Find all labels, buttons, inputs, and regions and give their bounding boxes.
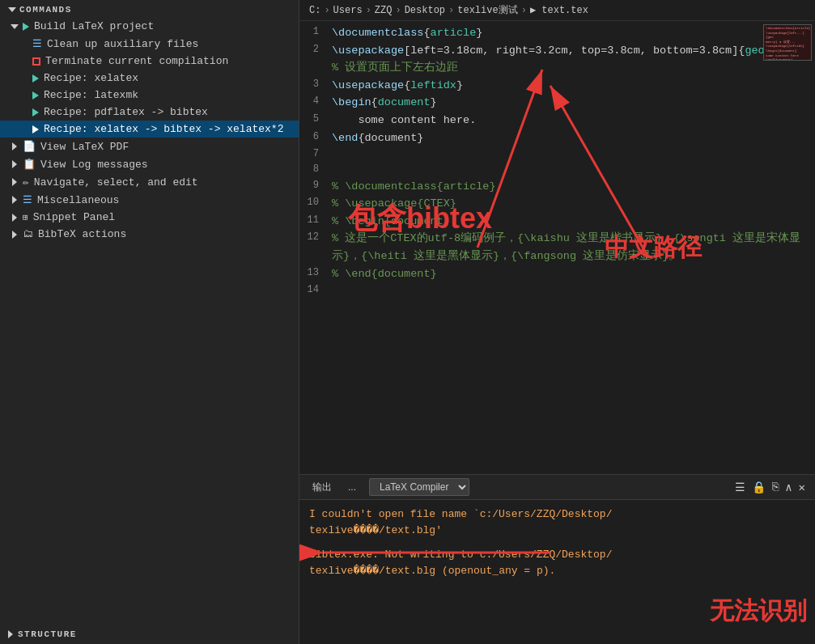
breadcrumb: C: › Users › ZZQ › Desktop › texlive测试 ›…	[299, 0, 815, 21]
structure-chevron-icon	[8, 630, 13, 638]
code-line-9: 9 % \documentclass{article}	[299, 178, 815, 196]
sidebar-item-snippet-label: Snippet Panel	[33, 211, 115, 223]
clean-aux-lines-icon: ☰	[32, 37, 42, 50]
code-line-1: 1 \documentclass{article}	[299, 24, 815, 42]
sidebar-item-recipe-xelatex-label: Recipe: xelatex	[44, 72, 138, 84]
code-line-4: 4 \begin{document}	[299, 94, 815, 112]
sidebar-item-terminate-label: Terminate current compilation	[45, 55, 228, 67]
sidebar-item-build-latex[interactable]: Build LaTeX project	[0, 18, 299, 35]
build-latex-chevron-icon	[11, 24, 19, 29]
breadcrumb-texlive: texlive测试	[457, 3, 517, 17]
code-line-14: 14	[299, 282, 815, 298]
sidebar-item-recipe-latexmk-label: Recipe: latexmk	[44, 89, 138, 101]
sidebar-item-view-latex-pdf-label: View LaTeX PDF	[40, 141, 129, 153]
code-lines: 1 \documentclass{article} 2 \usepackage[…	[299, 21, 815, 474]
sidebar-item-misc-label: Miscellaneous	[37, 194, 119, 206]
recipe-pdflatex-bibtex-play-icon	[32, 108, 39, 117]
misc-chevron-icon	[12, 196, 17, 204]
sidebar: COMMANDS Build LaTeX project ☰ Clean up …	[0, 0, 299, 644]
annotation-unrecognize: 无法识别	[710, 592, 807, 630]
sidebar-item-misc[interactable]: ☰ Miscellaneous	[0, 191, 299, 209]
sidebar-item-navigate-label: Navigate, select, and edit	[34, 176, 198, 189]
output-tab[interactable]: 输出	[309, 479, 335, 496]
sidebar-item-view-latex-pdf[interactable]: 📄 View LaTeX PDF	[0, 138, 299, 155]
terminal-line-1: I couldn't open file name `c:/Users/ZZQ/…	[309, 506, 805, 523]
code-line-11: 11 % \begin{document}	[299, 213, 815, 231]
code-line-7: 7	[299, 146, 815, 162]
terminal-panel: 输出 ... LaTeX Compiler ☰ 🔒 ⎘ ∧ ✕ I couldn…	[299, 474, 815, 644]
view-log-doc-icon: 📋	[23, 158, 36, 171]
sidebar-item-recipe-pdflatex-bibtex[interactable]: Recipe: pdflatex -> bibtex	[0, 104, 299, 121]
sidebar-item-bibtex-label: BibTeX actions	[38, 228, 126, 240]
sidebar-item-view-log[interactable]: 📋 View Log messages	[0, 155, 299, 173]
code-line-12: 12 % 这是一个CTEX的utf-8编码例子，{\kaishu 这里是楷书显示…	[299, 230, 815, 265]
terminal-icon-chevron-up[interactable]: ∧	[785, 481, 792, 494]
more-button[interactable]: ...	[345, 480, 359, 494]
right-panel: C: › Users › ZZQ › Desktop › texlive测试 ›…	[299, 0, 815, 644]
compiler-dropdown[interactable]: LaTeX Compiler	[369, 478, 469, 496]
build-latex-play-icon	[23, 23, 29, 31]
misc-lines-icon: ☰	[23, 193, 32, 206]
terminal-icon-copy[interactable]: ⎘	[772, 481, 779, 494]
breadcrumb-file: ▶ text.tex	[530, 4, 588, 16]
sidebar-item-recipe-xelatex-bibtex[interactable]: Recipe: xelatex -> bibtex -> xelatex*2	[0, 121, 299, 138]
sidebar-item-clean-aux-label: Clean up auxiliary files	[47, 38, 198, 50]
sidebar-tree: Build LaTeX project ☰ Clean up auxiliary…	[0, 18, 299, 625]
terminal-icon-close[interactable]: ✕	[799, 481, 805, 494]
commands-section-header: COMMANDS	[0, 0, 299, 18]
terminal-icon-list[interactable]: ☰	[735, 481, 745, 494]
sidebar-item-navigate[interactable]: ✏️ Navigate, select, and edit	[0, 173, 299, 191]
sidebar-item-bibtex[interactable]: 🗂 BibTeX actions	[0, 226, 299, 243]
terminal-line-2: texlive����/text.blg'	[309, 523, 805, 539]
terminal-line-3	[309, 539, 805, 547]
snippet-chevron-icon	[12, 214, 17, 222]
sidebar-item-build-latex-label: Build LaTeX project	[34, 20, 154, 32]
code-editor: 1 \documentclass{article} 2 \usepackage[…	[299, 21, 815, 474]
sidebar-item-clean-aux[interactable]: ☰ Clean up auxiliary files	[0, 35, 299, 53]
breadcrumb-desktop: Desktop	[405, 5, 445, 16]
sidebar-item-terminate[interactable]: Terminate current compilation	[0, 53, 299, 70]
navigate-pencil-icon: ✏️	[23, 176, 29, 189]
code-line-10: 10 % \usepackage{CTEX}	[299, 195, 815, 213]
code-line-13: 13 % \end{document}	[299, 265, 815, 283]
code-line-3: 3 \usepackage{leftidx}	[299, 77, 815, 95]
breadcrumb-zzq: ZZQ	[375, 5, 393, 16]
sidebar-item-snippet[interactable]: ⊞ Snippet Panel	[0, 209, 299, 226]
breadcrumb-users: Users	[333, 5, 363, 16]
terminal-content: I couldn't open file name `c:/Users/ZZQ/…	[299, 500, 815, 644]
view-latex-pdf-chevron-icon	[12, 142, 17, 150]
commands-label: COMMANDS	[19, 5, 72, 15]
terminal-toolbar: 输出 ... LaTeX Compiler ☰ 🔒 ⎘ ∧ ✕	[299, 475, 815, 500]
sidebar-item-recipe-pdflatex-bibtex-label: Recipe: pdflatex -> bibtex	[44, 106, 208, 118]
bibtex-chevron-icon	[12, 231, 17, 239]
sidebar-item-recipe-xelatex[interactable]: Recipe: xelatex	[0, 70, 299, 87]
terminal-line-4: bibtex.exe: Not writing to c:/Users/ZZQ/…	[309, 547, 805, 563]
recipe-xelatex-bibtex-play-icon	[32, 125, 39, 133]
commands-chevron-icon	[8, 7, 16, 12]
recipe-xelatex-play-icon	[32, 74, 39, 83]
structure-section-header[interactable]: STRUCTURE	[0, 625, 299, 644]
code-line-2: 2 \usepackage[left=3.18cm, right=3.2cm, …	[299, 42, 815, 77]
view-latex-pdf-doc-icon: 📄	[23, 140, 36, 153]
terminal-line-5: texlive����/text.blg (openout_any = p).	[309, 563, 805, 579]
code-line-6: 6 \end{document}	[299, 129, 815, 147]
view-log-chevron-icon	[12, 160, 17, 168]
structure-label: STRUCTURE	[18, 629, 77, 639]
code-line-5: 5 some content here.	[299, 112, 815, 129]
sidebar-item-recipe-latexmk[interactable]: Recipe: latexmk	[0, 87, 299, 104]
sidebar-item-view-log-label: View Log messages	[40, 159, 148, 171]
code-line-8: 8	[299, 162, 815, 177]
terminate-square-icon	[32, 57, 40, 66]
navigate-chevron-icon	[12, 178, 17, 186]
recipe-latexmk-play-icon	[32, 91, 39, 100]
snippet-grid-icon: ⊞	[23, 212, 28, 222]
bibtex-bibitem-icon: 🗂	[23, 228, 33, 240]
breadcrumb-c: C:	[309, 5, 320, 16]
terminal-icon-lock[interactable]: 🔒	[752, 481, 766, 494]
terminal-toolbar-icons: ☰ 🔒 ⎘ ∧ ✕	[735, 481, 805, 494]
sidebar-item-recipe-xelatex-bibtex-label: Recipe: xelatex -> bibtex -> xelatex*2	[44, 123, 283, 135]
